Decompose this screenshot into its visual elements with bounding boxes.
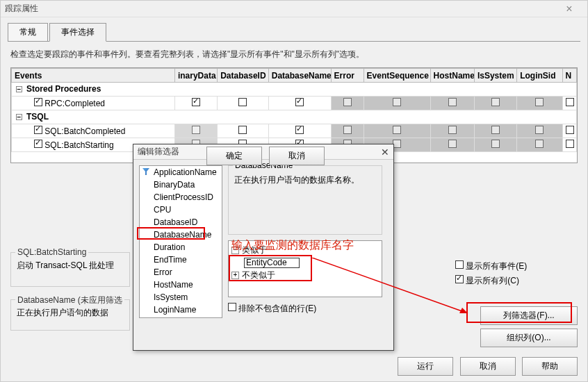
window-title: 跟踪属性 — [5, 3, 555, 15]
column-desc-text: 正在执行用户语句的数据 — [17, 308, 108, 317]
filter-item-binarydata[interactable]: BinaryData — [140, 178, 222, 191]
col-n[interactable]: N — [562, 69, 576, 83]
grid-cell[interactable] — [562, 124, 576, 138]
titlebar: 跟踪属性 × — [1, 1, 587, 17]
col-databasename[interactable]: DatabaseName — [268, 69, 331, 83]
filter-item-error[interactable]: Error — [140, 266, 222, 279]
grid-cell[interactable] — [517, 138, 562, 152]
filter-item-loginsid[interactable]: LoginSid — [140, 316, 222, 318]
exclude-checkbox[interactable] — [228, 303, 236, 311]
show-all-events-checkbox[interactable]: 显示所有事件(E) — [455, 260, 573, 272]
svg-marker-1 — [459, 308, 468, 313]
category-row[interactable]: −Stored Procedures — [12, 83, 577, 97]
grid-cell[interactable] — [331, 97, 364, 110]
tab-strip: 常规 事件选择 — [1, 17, 587, 42]
expand-icon[interactable]: + — [231, 272, 239, 279]
notlike-node[interactable]: 不类似于 — [242, 269, 275, 281]
filter-item-clientprocessid[interactable]: ClientProcessID — [140, 191, 222, 204]
instruction-text: 检查选定要跟踪的事件和事件列。要查看完整列表，请选择"显示所有事件"和"显示所有… — [1, 42, 587, 67]
filter-item-databasename[interactable]: DatabaseName — [140, 229, 222, 241]
filter-item-endtime[interactable]: EndTime — [140, 254, 222, 266]
grid-cell[interactable] — [474, 97, 516, 110]
dialog-cancel-button[interactable]: 取消 — [269, 147, 325, 165]
close-icon[interactable]: × — [555, 3, 583, 15]
col-error[interactable]: Error — [331, 69, 364, 83]
grid-cell[interactable] — [474, 124, 516, 138]
exclude-label: 排除不包含值的行(E) — [238, 304, 316, 313]
col-events[interactable]: Events — [12, 69, 175, 83]
event-desc-legend: SQL:BatchStarting — [15, 247, 88, 257]
grid-cell[interactable] — [517, 97, 562, 110]
tab-general[interactable]: 常规 — [8, 23, 48, 42]
grid-cell[interactable] — [268, 97, 331, 110]
col-databaseid[interactable]: DatabaseID — [218, 69, 269, 83]
grid-cell[interactable] — [174, 124, 217, 138]
grid-cell[interactable] — [364, 124, 430, 138]
dialog-buttons: 运行 取消 帮助 — [393, 357, 578, 376]
cancel-button[interactable]: 取消 — [460, 357, 516, 376]
grid-cell[interactable] — [218, 124, 269, 138]
filter-column-list[interactable]: ApplicationNameBinaryDataClientProcessID… — [139, 165, 222, 318]
grid-cell[interactable] — [562, 97, 576, 110]
col-inarydata[interactable]: inaryData — [174, 69, 217, 83]
exclude-row[interactable]: 排除不包含值的行(E) — [228, 303, 316, 315]
grid-cell[interactable] — [268, 124, 331, 138]
event-row[interactable]: SQL:BatchCompleted — [12, 124, 175, 138]
col-eventsequence[interactable]: EventSequence — [364, 69, 430, 83]
col-hostname[interactable]: HostName — [430, 69, 474, 83]
show-all-cols-checkbox[interactable]: 显示所有列(C) — [455, 275, 573, 287]
column-desc-box: DatabaseName (未应用筛选 正在执行用户语句的数据 — [10, 299, 130, 331]
grid-cell[interactable] — [364, 97, 430, 110]
category-row[interactable]: −TSQL — [12, 110, 577, 124]
filter-value-input[interactable] — [244, 258, 300, 268]
event-row[interactable]: RPC:Completed — [12, 97, 175, 110]
help-button[interactable]: 帮助 — [522, 357, 578, 376]
grid-cell[interactable] — [474, 138, 516, 152]
col-loginsid[interactable]: LoginSid — [517, 69, 562, 83]
grid-cell[interactable] — [517, 124, 562, 138]
col-issystem[interactable]: IsSystem — [474, 69, 516, 83]
event-desc-text: 启动 Transact-SQL 批处理 — [17, 260, 114, 270]
grid-cell[interactable] — [562, 138, 576, 152]
grid-cell[interactable] — [430, 124, 474, 138]
show-options: 显示所有事件(E) 显示所有列(C) — [455, 258, 573, 290]
column-desc-legend: DatabaseName (未应用筛选 — [15, 294, 124, 306]
tab-events[interactable]: 事件选择 — [49, 23, 106, 42]
grid-cell[interactable] — [430, 138, 474, 152]
grid-cell[interactable] — [174, 97, 217, 110]
filter-item-loginname[interactable]: LoginName — [140, 304, 222, 316]
event-desc-box: SQL:BatchStarting 启动 Transact-SQL 批处理 — [10, 252, 130, 287]
organize-columns-button[interactable]: 组织列(O)... — [480, 329, 578, 347]
filter-desc-box: DatabaseName 正在执行用户语句的数据库名称。 — [228, 165, 382, 235]
grid-cell[interactable] — [218, 97, 269, 110]
filter-desc-text: 正在执行用户语句的数据库名称。 — [234, 175, 359, 185]
annotation-text: 输入要监测的数据库名字 — [231, 238, 354, 253]
filter-item-databaseid[interactable]: DatabaseID — [140, 216, 222, 229]
run-button[interactable]: 运行 — [398, 357, 453, 376]
trace-properties-window: 跟踪属性 × 常规 事件选择 检查选定要跟踪的事件和事件列。要查看完整列表，请选… — [0, 0, 588, 382]
filter-item-issystem[interactable]: IsSystem — [140, 291, 222, 304]
filter-item-cpu[interactable]: CPU — [140, 204, 222, 216]
filter-item-hostname[interactable]: HostName — [140, 279, 222, 291]
grid-cell[interactable] — [430, 97, 474, 110]
grid-cell[interactable] — [331, 124, 364, 138]
filter-item-duration[interactable]: Duration — [140, 241, 222, 254]
column-filter-button[interactable]: 列筛选器(F)... — [480, 306, 578, 325]
filter-item-applicationname[interactable]: ApplicationName — [140, 166, 222, 178]
dialog-ok-button[interactable]: 确定 — [206, 147, 262, 165]
